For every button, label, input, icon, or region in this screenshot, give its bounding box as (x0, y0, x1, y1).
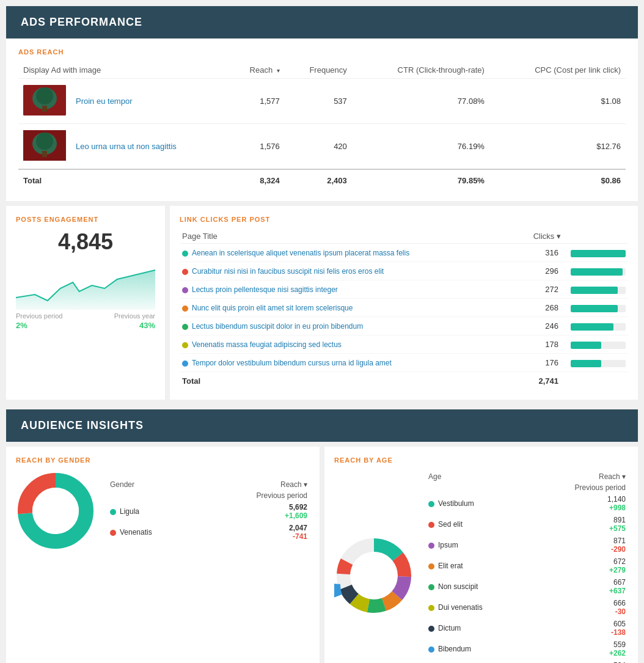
age-row: Bibendum 559+262 (426, 639, 628, 659)
audience-section: AUDIENCE INSIGHTS REACH BY GENDER (6, 409, 638, 663)
reach-by-gender-label: REACH BY GENDER (16, 456, 310, 464)
lc-bar (563, 317, 628, 335)
col-frequency: Frequency (285, 62, 352, 79)
ad-cpc: $1.08 (489, 79, 626, 124)
gender-donut-chart (16, 471, 95, 551)
link-clicks-label: LINK CLICKS PER POST (180, 216, 628, 223)
gender-legend: Gender Reach ▾ Previous period (108, 479, 310, 543)
lc-bar (563, 262, 628, 280)
age-legend: Age Reach ▾ Previous period (426, 471, 628, 663)
lc-clicks: 268 (516, 299, 563, 317)
ad-image (23, 85, 66, 115)
lc-title: Nunc elit quis proin elit amet sit lorem… (180, 299, 516, 317)
link-clicks-row: Lectus proin pellentesque nisi sagittis … (180, 280, 628, 299)
age-reach: 559+262 (530, 639, 628, 659)
age-reach: 667+637 (530, 576, 628, 597)
col-cpc: CPC (Cost per link click) (489, 62, 626, 79)
age-row: Elit erat 672+279 (426, 555, 628, 576)
ad-reach: 1,576 (228, 124, 285, 170)
ad-ctr: 77.08% (352, 79, 489, 124)
age-row: Dictum 605-138 (426, 618, 628, 639)
total-frequency: 2,403 (285, 169, 352, 191)
reach-row: REACH BY GENDER (6, 447, 638, 663)
svg-point-6 (36, 133, 53, 150)
link-clicks-row: Lectus bibendum suscipit dolor in eu pro… (180, 317, 628, 335)
age-name: Ipsum (426, 535, 530, 555)
ad-title: Leo urna urna ut non sagittis (71, 124, 228, 170)
svg-rect-7 (42, 151, 47, 157)
link-clicks-row: Aenean in scelerisque aliquet venenatis … (180, 244, 628, 262)
lc-clicks: 316 (516, 244, 563, 262)
age-reach-col-header[interactable]: Reach ▾ (530, 471, 628, 482)
lc-clicks: 176 (516, 354, 563, 372)
ad-title: Proin eu tempor (71, 79, 228, 124)
reach-by-age-label: REACH BY AGE (334, 456, 628, 464)
reach-col-header[interactable]: Reach ▾ (200, 479, 310, 490)
age-reach: 891+575 (530, 514, 628, 535)
lc-total-label: Total (180, 372, 516, 390)
age-reach: 605-138 (530, 618, 628, 639)
age-reach: 871-290 (530, 535, 628, 555)
ads-reach-table: Display Ad with image Reach ▾ Frequency … (18, 62, 626, 191)
sparkline-changes: 2% 43% (16, 321, 155, 330)
age-row: Sed elit 891+575 (426, 514, 628, 535)
audience-insights-title: AUDIENCE INSIGHTS (21, 419, 144, 431)
lc-col-bar-spacer (563, 229, 628, 244)
age-row: Dui venenatis 666-30 (426, 597, 628, 618)
posts-engagement-label: POSTS ENGAGEMENT (16, 216, 155, 223)
age-prev-period: Previous period (530, 482, 628, 493)
link-clicks-table: Page Title Clicks ▾ Aenean in scelerisqu… (180, 229, 628, 390)
reach-by-gender-card: REACH BY GENDER (6, 447, 320, 663)
posts-engagement-card: POSTS ENGAGEMENT 4,845 Previous period (6, 206, 165, 400)
age-reach: 666-30 (530, 597, 628, 618)
age-name: Vestibulum (426, 493, 530, 514)
age-donut-wrapper: Age Reach ▾ Previous period (334, 471, 628, 663)
lc-clicks: 272 (516, 280, 563, 299)
age-donut-chart (334, 536, 414, 615)
age-name: Sed elit (426, 514, 530, 535)
ads-total-row: Total 8,324 2,403 79.85% $0.86 (18, 169, 626, 191)
lc-total-row: Total 2,741 (180, 372, 628, 390)
age-name: Bibendum (426, 639, 530, 659)
lc-clicks: 246 (516, 317, 563, 335)
lc-title: Curabitur nisi nisi in faucibus suscipit… (180, 262, 516, 280)
age-name: Elit erat (426, 555, 530, 576)
link-clicks-row: Tempor dolor vestibulum bibendum cursus … (180, 354, 628, 372)
ad-row: Proin eu tempor1,57753777.08%$1.08 (18, 79, 626, 124)
gender-prev-period: Previous period (200, 490, 310, 501)
svg-point-11 (32, 488, 79, 534)
gender-donut-wrapper: Gender Reach ▾ Previous period (16, 471, 310, 551)
col-reach[interactable]: Reach ▾ (228, 62, 285, 79)
ads-reach-label: ADS REACH (18, 48, 626, 56)
lc-bar (563, 354, 628, 372)
sparkline-labels: Previous period Previous year (16, 312, 155, 320)
engagement-value: 4,845 (16, 229, 155, 255)
ad-image (23, 130, 66, 161)
ads-performance-title: ADS PERFORMANCE (21, 16, 142, 28)
ad-cpc: $12.76 (489, 124, 626, 170)
lc-title: Aenean in scelerisque aliquet venenatis … (180, 244, 516, 262)
age-col-header: Age (426, 471, 530, 482)
col-display-ad: Display Ad with image (18, 62, 228, 79)
col-ctr: CTR (Click-through-rate) (352, 62, 489, 79)
svg-rect-3 (42, 106, 47, 112)
ads-reach-card: ADS REACH Display Ad with image Reach ▾ … (6, 38, 638, 201)
lc-bar (563, 244, 628, 262)
ad-ctr: 76.19% (352, 124, 489, 170)
lc-col-clicks[interactable]: Clicks ▾ (516, 229, 563, 244)
lc-title: Venenatis massa feugiat adipiscing sed l… (180, 335, 516, 354)
lc-bar (563, 299, 628, 317)
gender-reach: 5,692+1,609 (200, 501, 310, 522)
ads-performance-header: ADS PERFORMANCE (6, 6, 638, 38)
gender-col-header: Gender (108, 479, 200, 490)
lc-clicks: 178 (516, 335, 563, 354)
reach-sort-icon: ▾ (277, 67, 280, 74)
period-change: 2% (16, 321, 27, 330)
lc-title: Tempor dolor vestibulum bibendum cursus … (180, 354, 516, 372)
ad-reach: 1,577 (228, 79, 285, 124)
age-reach: 534+429 (530, 659, 628, 663)
ad-frequency: 420 (285, 124, 352, 170)
lc-total-clicks: 2,741 (516, 372, 563, 390)
lc-clicks: 296 (516, 262, 563, 280)
link-clicks-row: Nunc elit quis proin elit amet sit lorem… (180, 299, 628, 317)
